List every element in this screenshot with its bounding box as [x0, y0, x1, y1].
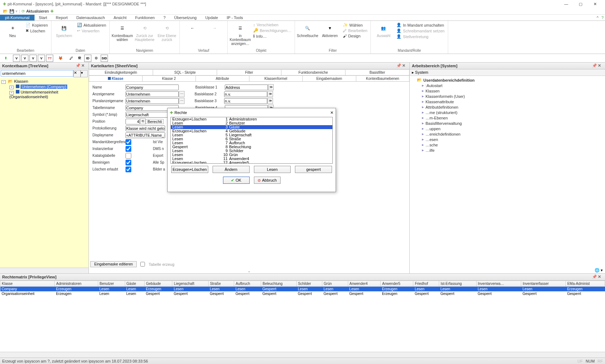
- position-input[interactable]: [126, 119, 140, 124]
- ribbon-button[interactable]: 👤In Mandant umschalten: [395, 22, 446, 28]
- tab-datenaustausch[interactable]: Datenaustausch: [72, 15, 109, 21]
- tb-sid-icon[interactable]: SID: [101, 55, 108, 62]
- collapse-icon[interactable]: −: [1, 80, 6, 84]
- tree-search-clear-icon[interactable]: ✕: [73, 70, 81, 77]
- tab[interactable]: Funktionsbereiche: [281, 69, 345, 75]
- sfx-btn[interactable]: ⋯: [179, 91, 185, 97]
- ribbon-button[interactable]: 📄Kopieren: [24, 22, 49, 28]
- list-row[interactable]: Lesen9Schilder: [171, 149, 332, 153]
- collapse-icon[interactable]: ⌄: [89, 269, 409, 273]
- sfx-btn[interactable]: ⋯: [179, 98, 185, 104]
- berecht-btn[interactable]: Berechti: [146, 119, 164, 124]
- ribbon-button[interactable]: 🖌Design: [342, 33, 368, 38]
- tab[interactable]: Filter: [217, 69, 281, 75]
- ribbon-help-icon[interactable]: ?: [600, 15, 605, 20]
- list-row[interactable]: Erzeugen+Löschen4Gebäude: [171, 129, 332, 133]
- bereinigen-check[interactable]: [126, 160, 131, 165]
- dialog-action-button[interactable]: Lesen: [254, 166, 291, 173]
- edit-mask-button[interactable]: Eingabemaske editieren: [90, 261, 137, 267]
- display-input[interactable]: [126, 132, 165, 138]
- tab[interactable]: Klasse 2: [142, 76, 196, 81]
- close-panel-icon[interactable]: ✕: [81, 63, 86, 68]
- tb-v4-icon[interactable]: V: [38, 55, 45, 62]
- ribbon-button[interactable]: ☰Kontextbaum wählen: [112, 22, 133, 42]
- list-row[interactable]: Lesen7Aufbruch: [171, 141, 332, 145]
- col-header[interactable]: Liegenschaft: [172, 281, 208, 287]
- tb-up-icon[interactable]: ⬆: [2, 55, 9, 62]
- proto-input[interactable]: [126, 126, 165, 131]
- tb-pref-icon[interactable]: ⚙: [92, 55, 100, 62]
- tab[interactable]: SQL - Skripte: [153, 69, 217, 75]
- pin-icon[interactable]: 📌: [76, 63, 81, 68]
- tree-search-input[interactable]: [1, 70, 73, 77]
- basis2-input[interactable]: [224, 91, 267, 97]
- tb-firefox-icon[interactable]: 🦊: [57, 55, 64, 62]
- link-btn[interactable]: ⟲: [140, 118, 146, 124]
- tree-item[interactable]: + Unternehmen (Company): [9, 84, 87, 90]
- ribbon-button[interactable]: ▼Aktivieren: [319, 22, 340, 38]
- col-header[interactable]: Klasse: [0, 281, 55, 287]
- list-row[interactable]: Lesen6Straße: [171, 137, 332, 141]
- sys-tree-item[interactable]: ▸ Basisfilterverwaltung: [412, 120, 603, 126]
- sys-tree-item[interactable]: ▸ :Autostart: [412, 83, 603, 88]
- sys-tree-item[interactable]: ▸ Klassenformeln (User): [412, 94, 603, 99]
- tab-help[interactable]: ?: [159, 15, 170, 21]
- basis1-input[interactable]: [225, 85, 268, 90]
- tb-edit-icon[interactable]: 🖉: [68, 55, 75, 62]
- tree-root[interactable]: − 📂 Klassen: [1, 79, 87, 84]
- tab-uebersetzung[interactable]: Übersetzung: [170, 15, 201, 21]
- col-header[interactable]: Grün: [322, 281, 348, 287]
- col-header[interactable]: Benutzer: [98, 281, 125, 287]
- close-panel-icon[interactable]: ✕: [598, 274, 603, 279]
- name-input[interactable]: [126, 85, 179, 90]
- ribbon-button[interactable]: ✨Wählen: [342, 22, 368, 28]
- sys-tree[interactable]: 📂 Userdatenbereichdefinition▸ :Autostart…: [410, 76, 605, 267]
- col-header[interactable]: Straße: [208, 281, 234, 287]
- ribbon-collapse-icon[interactable]: ^: [595, 15, 600, 20]
- sys-tree-item[interactable]: 📂 Userdatenbereichdefinition: [412, 77, 603, 83]
- tab[interactable]: Klassenformel: [249, 76, 303, 81]
- tab-start[interactable]: Start: [35, 15, 51, 21]
- sys-tree-item[interactable]: ▸ …sche: [412, 142, 603, 147]
- tab[interactable]: Eindeutigkeitsregeln: [89, 69, 153, 75]
- list-row[interactable]: Erzeugen+Löschen12Anwender5: [171, 161, 332, 164]
- list-row[interactable]: Gesperrt8Beleuchtung: [171, 145, 332, 149]
- sys-tree-item[interactable]: ▸ Klassenattribute: [412, 99, 603, 104]
- pin-icon[interactable]: 📌: [592, 63, 597, 68]
- cancel-button[interactable]: ⊘Abbruch: [254, 177, 281, 184]
- tab[interactable]: Klasse: [89, 76, 142, 81]
- tb-v1-icon[interactable]: V: [13, 55, 20, 62]
- minimize-button[interactable]: —: [559, 0, 573, 8]
- close-button[interactable]: ✕: [588, 0, 602, 8]
- list-row[interactable]: Lesen2Benutzer: [171, 121, 332, 125]
- katalog-check[interactable]: [126, 153, 131, 159]
- table-row[interactable]: OrganisationseinheitErzeugenLesenLesenGe…: [0, 291, 605, 296]
- tab-file[interactable]: pit-Kommunal: [0, 15, 35, 21]
- plural-input[interactable]: [126, 98, 179, 104]
- ribbon-button[interactable]: ✳Neu: [2, 22, 23, 38]
- col-header[interactable]: Beleuchtung: [261, 281, 297, 287]
- tree-view[interactable]: − 📂 Klassen + Unternehmen (Company) + Un…: [0, 78, 88, 268]
- create-table-check[interactable]: [140, 262, 145, 267]
- sys-group-header[interactable]: ▸ System: [410, 69, 605, 76]
- col-header[interactable]: Anwender4: [348, 281, 381, 287]
- tab[interactable]: Kontextbaumebenen: [356, 76, 410, 81]
- close-panel-icon[interactable]: ✕: [402, 63, 407, 68]
- tb-id-icon[interactable]: ID: [84, 55, 91, 62]
- tab-report[interactable]: Report: [51, 15, 72, 21]
- anzeige-input[interactable]: [126, 91, 179, 97]
- basis2-btn[interactable]: ≫: [267, 91, 273, 97]
- dialog-close-icon[interactable]: ✕: [330, 110, 333, 115]
- tab[interactable]: Attribute: [196, 76, 249, 81]
- col-header[interactable]: Gäste: [125, 281, 144, 287]
- ribbon-button[interactable]: 🔄Aktualisieren: [76, 22, 107, 28]
- ok-button[interactable]: ✔OK: [223, 177, 250, 184]
- tree-search-dropdown-icon[interactable]: ▾: [81, 70, 88, 77]
- col-header[interactable]: Aufbruch: [234, 281, 261, 287]
- sys-tree-item[interactable]: ▸ …uppen: [412, 126, 603, 131]
- qat-refresh-icon[interactable]: ⟳: [22, 9, 25, 14]
- mandant-check[interactable]: [126, 139, 131, 145]
- basis3-input[interactable]: [224, 98, 267, 104]
- col-header[interactable]: Administratoren: [55, 281, 98, 287]
- sys-tree-item[interactable]: ▸ Klassen: [412, 88, 603, 94]
